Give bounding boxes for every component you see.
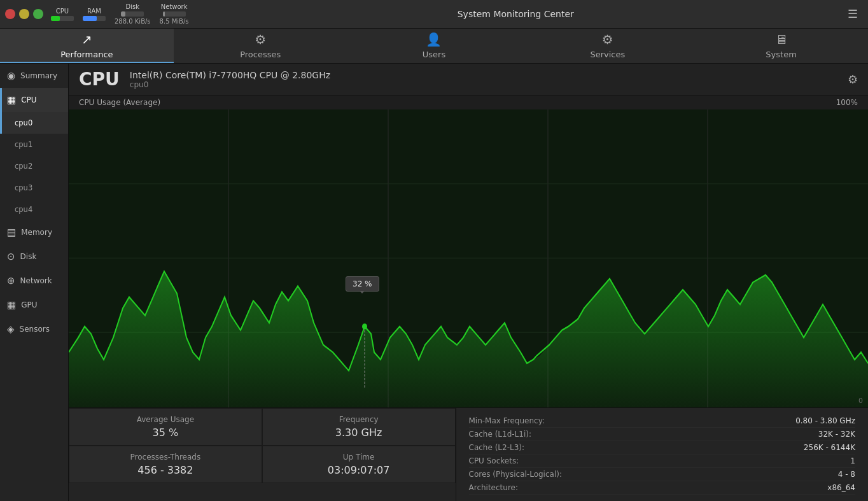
frequency-value: 3.30 GHz bbox=[335, 427, 382, 439]
titlebar: CPU RAM Disk 288.0 KiB/s Network 8.5 MiB… bbox=[0, 0, 868, 29]
processes-icon: ⚙ bbox=[255, 32, 266, 47]
tab-system[interactable]: 🖥 System bbox=[694, 29, 868, 63]
tab-users[interactable]: 👤 Users bbox=[347, 29, 521, 63]
sidebar-item-cpu3-label: cpu3 bbox=[15, 183, 32, 192]
ram-resource: RAM bbox=[83, 7, 106, 22]
sidebar-item-cpu0[interactable]: cpu0 bbox=[0, 112, 68, 134]
memory-icon: ▤ bbox=[7, 227, 16, 238]
sidebar-item-cpu3[interactable]: cpu3 bbox=[0, 177, 68, 199]
cpu-header: CPU Intel(R) Core(TM) i7-7700HQ CPU @ 2.… bbox=[69, 64, 868, 95]
sidebar-item-sensors[interactable]: ◈ Sensors bbox=[0, 317, 68, 341]
average-usage-value: 35 % bbox=[153, 427, 179, 439]
cores-key: Cores (Physical-Logical): bbox=[469, 470, 562, 479]
net-res-value: 8.5 MiB/s bbox=[160, 17, 189, 25]
detail-arch: Architecture: x86_64 bbox=[469, 481, 856, 495]
minimize-button[interactable] bbox=[19, 9, 29, 19]
sidebar-item-gpu-label: GPU bbox=[21, 300, 37, 309]
uptime-value: 03:09:07:07 bbox=[328, 464, 390, 476]
detail-sockets: CPU Sockets: 1 bbox=[469, 455, 856, 468]
tab-performance-label: Performance bbox=[60, 50, 113, 59]
stats-main-row: Average Usage 35 % Frequency 3.30 GHz Pr… bbox=[69, 408, 868, 501]
disk-res-bar-fill bbox=[121, 11, 125, 17]
processes-threads-label: Processes-Threads bbox=[130, 453, 201, 462]
ram-res-bar-fill bbox=[83, 16, 97, 21]
stat-frequency: Frequency 3.30 GHz bbox=[262, 408, 456, 446]
graph-container[interactable]: 32 % 0 bbox=[69, 109, 868, 407]
system-icon: 🖥 bbox=[775, 32, 788, 47]
sidebar-item-summary[interactable]: ◉ Summary bbox=[0, 64, 68, 88]
net-res-label: Network bbox=[161, 3, 188, 11]
uptime-label: Up Time bbox=[343, 453, 375, 462]
graph-max-label: 100% bbox=[836, 98, 858, 107]
sensors-icon: ◈ bbox=[7, 323, 15, 335]
network-icon: ⊕ bbox=[7, 275, 15, 286]
arch-key: Architecture: bbox=[469, 483, 519, 492]
sidebar-item-memory[interactable]: ▤ Memory bbox=[0, 220, 68, 244]
detail-cache-l1: Cache (L1d-L1i): 32K - 32K bbox=[469, 428, 856, 441]
cache-l2-val: 256K - 6144K bbox=[804, 443, 855, 452]
gpu-icon: ▦ bbox=[7, 299, 16, 311]
cpu-model: Intel(R) Core(TM) i7-7700HQ CPU @ 2.80GH… bbox=[130, 70, 330, 80]
cpu-settings-button[interactable]: ⚙ bbox=[848, 73, 858, 87]
maximize-button[interactable] bbox=[33, 9, 43, 19]
cpu-res-bar-fill bbox=[51, 16, 60, 21]
detail-cache-l2: Cache (L2-L3): 256K - 6144K bbox=[469, 441, 856, 455]
sidebar-item-network-label: Network bbox=[20, 276, 52, 285]
disk-res-label: Disk bbox=[126, 3, 139, 11]
cores-val: 4 - 8 bbox=[838, 470, 855, 479]
graph-title: CPU Usage (Average) bbox=[79, 98, 160, 107]
resource-info: CPU RAM Disk 288.0 KiB/s Network 8.5 MiB… bbox=[51, 3, 189, 25]
disk-res-value: 288.0 KiB/s bbox=[115, 17, 151, 25]
tab-services[interactable]: ⚙ Services bbox=[521, 29, 694, 63]
close-button[interactable] bbox=[5, 9, 15, 19]
sidebar-item-disk[interactable]: ⊙ Disk bbox=[0, 244, 68, 269]
sidebar-item-disk-label: Disk bbox=[20, 252, 37, 261]
sidebar-item-cpu4[interactable]: cpu4 bbox=[0, 199, 68, 220]
cpu-info: Intel(R) Core(TM) i7-7700HQ CPU @ 2.80GH… bbox=[130, 70, 330, 89]
ram-res-label: RAM bbox=[87, 7, 101, 15]
detail-min-max-freq: Min-Max Frequency: 0.80 - 3.80 GHz bbox=[469, 414, 856, 428]
summary-icon: ◉ bbox=[7, 70, 15, 81]
sidebar-item-cpu-label: CPU bbox=[21, 95, 36, 104]
processes-threads-value: 456 - 3382 bbox=[137, 464, 193, 476]
cpu-res-bar bbox=[51, 16, 74, 21]
cpu-icon: ▦ bbox=[7, 94, 16, 106]
stat-processes-threads: Processes-Threads 456 - 3382 bbox=[69, 446, 262, 483]
net-resource: Network 8.5 MiB/s bbox=[160, 3, 189, 25]
net-res-bar bbox=[163, 11, 186, 17]
sidebar-item-cpu[interactable]: ▦ CPU bbox=[0, 88, 68, 112]
net-res-bar-fill bbox=[163, 11, 165, 17]
performance-icon: ↗ bbox=[81, 32, 92, 47]
ram-res-bar bbox=[83, 16, 106, 21]
left-stats: Average Usage 35 % Frequency 3.30 GHz Pr… bbox=[69, 408, 456, 501]
disk-resource: Disk 288.0 KiB/s bbox=[115, 3, 151, 25]
stat-average-usage: Average Usage 35 % bbox=[69, 408, 262, 446]
sidebar-item-cpu1[interactable]: cpu1 bbox=[0, 134, 68, 155]
min-max-freq-val: 0.80 - 3.80 GHz bbox=[795, 416, 855, 425]
frequency-label: Frequency bbox=[339, 415, 379, 424]
services-icon: ⚙ bbox=[602, 32, 613, 47]
main-layout: ◉ Summary ▦ CPU cpu0 cpu1 cpu2 cpu3 cpu4… bbox=[0, 64, 868, 501]
sidebar-item-memory-label: Memory bbox=[21, 228, 52, 237]
menu-button[interactable]: ☰ bbox=[843, 4, 863, 24]
bottom-stats-row: Processes-Threads 456 - 3382 Up Time 03:… bbox=[69, 446, 456, 483]
tab-performance[interactable]: ↗ Performance bbox=[0, 29, 174, 63]
tabbar: ↗ Performance ⚙ Processes 👤 Users ⚙ Serv… bbox=[0, 29, 868, 64]
cpu-sub: cpu0 bbox=[130, 80, 330, 89]
svg-point-9 bbox=[362, 323, 367, 329]
tab-processes[interactable]: ⚙ Processes bbox=[174, 29, 347, 63]
graph-section: CPU Usage (Average) 100% bbox=[69, 95, 868, 407]
disk-res-bar bbox=[121, 11, 144, 17]
sidebar-item-cpu4-label: cpu4 bbox=[15, 205, 32, 214]
sidebar-item-cpu1-label: cpu1 bbox=[15, 140, 32, 149]
sidebar-item-gpu[interactable]: ▦ GPU bbox=[0, 293, 68, 317]
sidebar-item-network[interactable]: ⊕ Network bbox=[0, 269, 68, 293]
window-controls bbox=[5, 9, 43, 19]
sidebar-item-cpu2[interactable]: cpu2 bbox=[0, 155, 68, 177]
tab-users-label: Users bbox=[423, 50, 445, 59]
cache-l1-val: 32K - 32K bbox=[818, 430, 855, 439]
sidebar-item-cpu2-label: cpu2 bbox=[15, 162, 32, 171]
arch-val: x86_64 bbox=[827, 483, 855, 492]
min-max-freq-key: Min-Max Frequency: bbox=[469, 416, 545, 425]
tab-services-label: Services bbox=[590, 50, 625, 59]
